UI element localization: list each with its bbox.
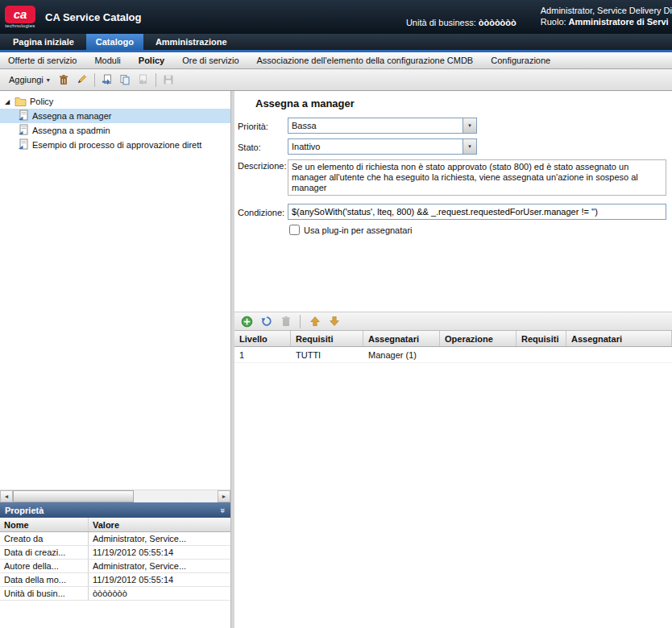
column-header-nome[interactable]: Nome: [0, 518, 89, 531]
column-header-livello[interactable]: Livello: [234, 331, 291, 346]
column-header-assegnatari-2[interactable]: Assegnatari: [566, 331, 672, 346]
ca-logo-icon: ca: [5, 6, 35, 23]
column-header-operazione[interactable]: Operazione: [440, 331, 516, 346]
business-unit-value: òòòòòòò: [479, 18, 516, 27]
edit-icon[interactable]: [74, 72, 89, 88]
levels-toolbar: [234, 312, 672, 331]
subnav-moduli[interactable]: Moduli: [94, 56, 120, 65]
property-name: Autore della...: [0, 560, 89, 572]
dropdown-arrow-icon[interactable]: ▼: [463, 118, 476, 133]
scrollbar-track[interactable]: [13, 490, 218, 502]
condition-input[interactable]: [288, 204, 666, 220]
business-unit-label: Unità di business:: [406, 18, 476, 27]
subnav-offerte-di-servizio[interactable]: Offerte di servizio: [8, 56, 77, 65]
role-label: Ruolo:: [541, 17, 566, 27]
tree-node-esempio-processo[interactable]: Esempio di processo di approvazione dire…: [0, 138, 230, 152]
tree-node-policy-root[interactable]: ◢ Policy: [0, 94, 230, 109]
properties-filler: [0, 601, 230, 628]
move-down-icon[interactable]: [326, 314, 342, 329]
header-user-area: Unità di business:òòòòòòò Administrator,…: [406, 5, 672, 30]
subnav-associazione-cmdb[interactable]: Associazione dell'elemento della configu…: [257, 56, 474, 65]
save-icon[interactable]: [161, 72, 176, 88]
properties-title: Proprietà: [5, 506, 44, 515]
tree-node-label: Assegna a spadmin: [32, 126, 110, 135]
tree-node-assegna-a-spadmin[interactable]: Assegna a spadmin: [0, 123, 230, 138]
column-header-assegnatari[interactable]: Assegnatari: [363, 331, 440, 346]
catalog-subnav: Offerte di servizio Moduli Policy Ore di…: [0, 52, 672, 69]
priority-select[interactable]: Bassa ▼: [288, 118, 477, 134]
description-field[interactable]: Se un elemento di richiesta non è stato …: [288, 159, 666, 196]
move-up-icon[interactable]: [307, 314, 322, 329]
chevron-down-icon: ▾: [47, 76, 50, 84]
levels-header-row: Livello Requisiti Assegnatari Operazione…: [234, 331, 672, 347]
scroll-left-icon[interactable]: ◄: [0, 490, 13, 502]
delete-icon[interactable]: [56, 72, 72, 88]
tree-node-label: Assegna a manager: [32, 111, 111, 121]
priority-value: Bassa: [288, 118, 463, 133]
user-name: Administrator, Service Delivery Di: [541, 5, 672, 16]
condition-row: Condizione:: [238, 204, 672, 220]
state-label: Stato:: [238, 141, 288, 152]
property-value: òòòòòòò: [89, 589, 230, 598]
aggiungi-button[interactable]: Aggiungi ▾: [5, 73, 54, 86]
app-window: ca technologies CA Service Catalog Unità…: [0, 0, 672, 628]
levels-table-filler: [234, 363, 672, 628]
description-label: Descrizione:: [238, 159, 288, 171]
refresh-icon[interactable]: [259, 314, 274, 329]
tree-expanded-icon[interactable]: ◢: [3, 98, 11, 105]
subnav-ore-di-servizio[interactable]: Ore di servizio: [182, 56, 239, 65]
property-name: Creato da: [0, 532, 89, 545]
ca-logo-subtext: technologies: [5, 23, 35, 28]
property-name: Data di creazi...: [0, 546, 89, 559]
description-row: Descrizione: Se un elemento di richiesta…: [238, 159, 672, 196]
properties-header[interactable]: Proprietà »: [0, 502, 230, 518]
properties-table: Nome Valore Creato da Administrator, Ser…: [0, 518, 230, 601]
delete-level-icon[interactable]: [278, 314, 293, 329]
tree-node-assegna-a-manager[interactable]: Assegna a manager: [0, 109, 230, 123]
collapse-chevrons-icon[interactable]: »: [218, 507, 228, 512]
column-header-valore[interactable]: Valore: [89, 520, 230, 530]
tab-amministrazione[interactable]: Amministrazione: [146, 34, 237, 50]
add-level-icon[interactable]: [239, 314, 255, 329]
export-icon[interactable]: [100, 72, 115, 88]
condition-label: Condizione:: [238, 206, 288, 217]
property-row: Creato da Administrator, Service...: [0, 532, 230, 546]
property-row: Autore della... Administrator, Service..…: [0, 560, 230, 573]
level-row[interactable]: 1 TUTTI Manager (1): [234, 347, 672, 363]
column-header-requisiti-2[interactable]: Requisiti: [516, 331, 566, 346]
user-info: Administrator, Service Delivery Di Ruolo…: [541, 5, 672, 27]
policy-tree: ◢ Policy Assegna a manager As: [0, 91, 230, 490]
copy-icon[interactable]: [118, 72, 133, 88]
levels-table: Livello Requisiti Assegnatari Operazione…: [234, 331, 672, 363]
state-row: Stato: Inattivo ▼: [238, 138, 672, 155]
property-name: Data della mo...: [0, 573, 89, 586]
scrollbar-thumb[interactable]: [13, 490, 134, 502]
app-header: ca technologies CA Service Catalog Unità…: [0, 0, 672, 34]
import-icon[interactable]: [135, 72, 151, 88]
tree-horizontal-scrollbar[interactable]: ◄ ►: [0, 490, 230, 502]
aggiungi-label: Aggiungi: [9, 75, 44, 85]
folder-icon: [15, 96, 27, 108]
column-header-requisiti[interactable]: Requisiti: [291, 331, 363, 346]
plugin-checkbox[interactable]: [289, 225, 300, 235]
main-area: ◢ Policy Assegna a manager As: [0, 91, 672, 628]
state-select[interactable]: Inattivo ▼: [288, 138, 477, 155]
plugin-row: Usa plug-in per assegnatari: [289, 225, 672, 235]
property-value: Administrator, Service...: [89, 561, 230, 571]
detail-panel: Assegna a manager Priorità: Bassa ▼ Stat…: [234, 91, 672, 628]
business-unit: Unità di business:òòòòòòò: [406, 18, 516, 27]
left-panel: ◢ Policy Assegna a manager As: [0, 91, 231, 628]
property-value: 11/19/2012 05:55:14: [89, 575, 230, 585]
scroll-right-icon[interactable]: ►: [218, 490, 230, 502]
subnav-configurazione[interactable]: Configurazione: [491, 56, 550, 65]
tab-catalogo[interactable]: Catalogo: [86, 34, 143, 50]
property-value: Administrator, Service...: [89, 534, 230, 543]
cell-assegnatari: Manager (1): [363, 350, 440, 360]
cell-livello: 1: [234, 350, 291, 360]
subnav-policy[interactable]: Policy: [139, 56, 164, 65]
dropdown-arrow-icon[interactable]: ▼: [463, 139, 476, 154]
user-role: Ruolo:Amministratore di Servi: [541, 16, 672, 27]
tab-pagina-iniziale[interactable]: Pagina iniziale: [3, 34, 84, 50]
tree-node-label: Policy: [30, 97, 53, 106]
property-row: Data della mo... 11/19/2012 05:55:14: [0, 573, 230, 587]
